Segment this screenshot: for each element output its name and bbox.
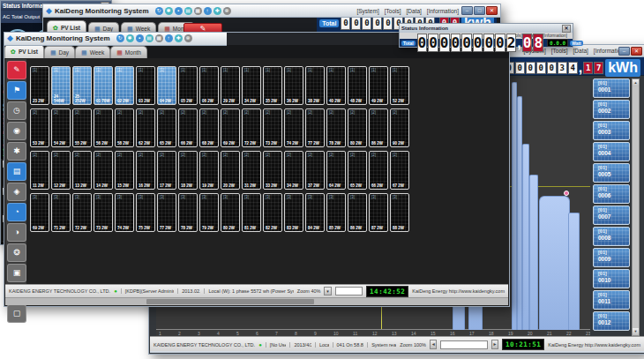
tab-week[interactable]: ▦Week <box>75 46 110 58</box>
pv-module-tile[interactable]: [1]38 2W <box>305 66 325 105</box>
zoom-out-button[interactable]: ◄ <box>430 340 437 349</box>
pv-module-tile[interactable]: [2]62 2W <box>136 108 155 147</box>
pv-module-tile[interactable]: [3]71 2W <box>51 193 71 232</box>
zoom-in-button[interactable]: ► <box>491 340 498 349</box>
titlebar[interactable]: ◆ KaiDeng Monitoring System ↻✱▪▤▦↑✚⊗ [Sy… <box>43 4 500 18</box>
pv-module-tile[interactable]: [2]67 2W <box>390 151 409 190</box>
pv-module-tile[interactable]: [2]66 2W <box>369 151 388 190</box>
menu-item[interactable]: [Data] <box>407 8 422 14</box>
pv-module-tile[interactable]: [2]37 2W <box>305 151 325 190</box>
minimize-button[interactable]: – <box>461 6 473 15</box>
pv-module-tile[interactable]: [2]20 2W <box>221 151 240 190</box>
sidebar-new-icon[interactable]: ✎ <box>7 61 26 79</box>
zoom-slider[interactable] <box>440 340 487 349</box>
pv-module-tile[interactable]: [2]17 2W <box>157 151 176 190</box>
pv-module-tile[interactable]: [1]03 2W <box>136 66 155 105</box>
sidebar-report-icon[interactable]: ▤ <box>7 162 26 181</box>
pv-module-tile[interactable]: [3]82 2W <box>263 193 282 232</box>
pv-module-tile[interactable]: [3]81 2W <box>242 193 261 232</box>
zoom-slider[interactable] <box>335 287 363 295</box>
lock-icon[interactable]: ▪ <box>175 7 183 15</box>
pv-module-tile[interactable]: [2]74 2W <box>284 108 303 147</box>
module-tile[interactable]: [01]0008 <box>593 227 630 246</box>
pv-module-tile[interactable]: [2]56 2W <box>94 108 113 147</box>
report-icon[interactable]: ▤ <box>146 34 154 42</box>
module-tile[interactable]: [01]0003 <box>593 121 630 140</box>
scroll-up-icon[interactable]: ▲ <box>633 79 639 86</box>
pv-module-tile[interactable]: [2]34 2W <box>284 151 303 190</box>
tab-month[interactable]: ▦Month <box>110 46 147 58</box>
sidebar-stats-icon[interactable]: ◑ <box>7 223 26 242</box>
menu-item[interactable]: [Tools] <box>385 8 401 14</box>
pv-module-tile[interactable]: [2]78 2W <box>326 108 346 147</box>
pv-module-tile[interactable]: [3]73 2W <box>94 193 113 232</box>
pv-module-tile[interactable]: [1]01 70W <box>94 66 113 105</box>
report-icon[interactable]: ▤ <box>184 7 192 15</box>
pv-module-tile[interactable]: [2]65 2W <box>157 108 176 147</box>
refresh-icon[interactable]: ↻ <box>116 34 124 42</box>
pv-module-tile[interactable]: [1]48 2W <box>348 66 367 105</box>
pv-module-tile[interactable]: [2]86 2W <box>369 108 388 147</box>
module-tile[interactable]: [01]0011 <box>593 290 630 310</box>
pv-module-tile[interactable]: [2]80 2W <box>348 108 367 147</box>
pv-module-tile[interactable]: [3]86 2W <box>348 193 367 232</box>
settings-icon[interactable]: ✱ <box>165 7 173 15</box>
pv-module-tile[interactable]: [3]80 2W <box>221 193 240 232</box>
module-tile[interactable]: [01]0002 <box>593 100 630 119</box>
pv-module-tile[interactable]: [2]18 2W <box>178 151 198 190</box>
layout-icon[interactable]: ▦ <box>194 7 202 15</box>
maximize-button[interactable]: □ <box>474 6 485 15</box>
pv-module-tile[interactable]: [1]49 2W <box>369 66 388 105</box>
pv-module-tile[interactable]: [2]13 2W <box>72 151 92 190</box>
add-icon[interactable]: ✚ <box>175 34 183 42</box>
pv-module-tile[interactable]: [1]52 2W <box>390 66 409 105</box>
module-list-scrollbar[interactable]: ▲ ▼ <box>632 79 640 336</box>
module-tile[interactable]: [01]0005 <box>593 163 630 183</box>
sidebar-camera-icon[interactable]: ▣ <box>7 264 26 282</box>
power-icon[interactable]: ⊗ <box>223 7 231 15</box>
minimize-button[interactable]: – <box>618 47 630 56</box>
pv-module-tile[interactable]: [1]36 2W <box>284 66 303 105</box>
pv-module-tile[interactable]: [3]72 2W <box>72 193 92 232</box>
sidebar-display-icon[interactable]: ▢ <box>7 304 26 323</box>
pv-module-tile[interactable]: [1]25 252W <box>72 66 92 105</box>
sidebar-flag-icon[interactable]: ⚑ <box>7 81 26 100</box>
pv-module-tile[interactable]: [1]35 2W <box>263 66 282 105</box>
pv-module-tile[interactable]: [1]29 2W <box>221 66 240 105</box>
pv-module-tile[interactable]: [2]14 2W <box>94 151 113 190</box>
close-icon[interactable]: ✕ <box>562 25 571 33</box>
sidebar-network-icon[interactable]: ❂ <box>7 243 26 262</box>
pv-module-tile[interactable]: [3]75 2W <box>136 193 155 232</box>
pv-module-tile[interactable]: [2]65 2W <box>348 151 367 190</box>
pv-module-tile[interactable]: [2]31 2W <box>242 151 261 190</box>
module-tile[interactable]: [01]0010 <box>593 269 630 288</box>
pv-module-tile[interactable]: [2]77 2W <box>305 108 325 147</box>
sidebar-power-icon[interactable]: ◉ <box>7 122 26 140</box>
scrollbar-thumb[interactable] <box>146 299 314 304</box>
module-tile[interactable]: [01]0009 <box>593 248 630 267</box>
pv-module-tile[interactable]: [2]11 2W <box>30 151 49 190</box>
menu-item[interactable]: [Tools] <box>551 48 568 54</box>
pv-module-tile[interactable]: [3]77 2W <box>157 193 176 232</box>
pv-module-tile[interactable]: [1]34 2W <box>242 66 261 105</box>
tab-pv-list[interactable]: ✿PV List <box>4 44 44 58</box>
pv-module-tile[interactable]: [3]84 2W <box>305 193 325 232</box>
pv-module-tile[interactable]: [3]74 2W <box>115 193 134 232</box>
pv-module-tile[interactable]: [3]83 2W <box>284 193 303 232</box>
pv-module-tile[interactable]: [2]53 2W <box>30 108 49 147</box>
module-tile[interactable]: [01]0012 <box>593 311 630 331</box>
zoom-dropdown-icon[interactable]: ▾ <box>324 287 331 295</box>
pv-module-tile[interactable]: [2]33 2W <box>263 151 282 190</box>
pv-module-tile[interactable]: [1]24 546W <box>51 66 71 105</box>
website-link[interactable]: KaiDeng Energy http://www.kaidengky.com <box>412 288 505 294</box>
pv-module-tile[interactable]: [2]90 2W <box>390 108 409 147</box>
add-icon[interactable]: ✚ <box>213 7 221 15</box>
module-tile[interactable]: [01]0007 <box>593 206 630 225</box>
upload-icon[interactable]: ↑ <box>165 34 173 42</box>
refresh-icon[interactable]: ↻ <box>155 7 163 15</box>
pv-module-tile[interactable]: [2]55 2W <box>72 108 92 147</box>
upload-icon[interactable]: ↑ <box>204 7 212 15</box>
menu-item[interactable]: [System] <box>356 8 378 14</box>
pv-module-tile[interactable]: [2]16 2W <box>136 151 155 190</box>
pv-module-tile[interactable]: [1]06 2W <box>199 66 219 105</box>
